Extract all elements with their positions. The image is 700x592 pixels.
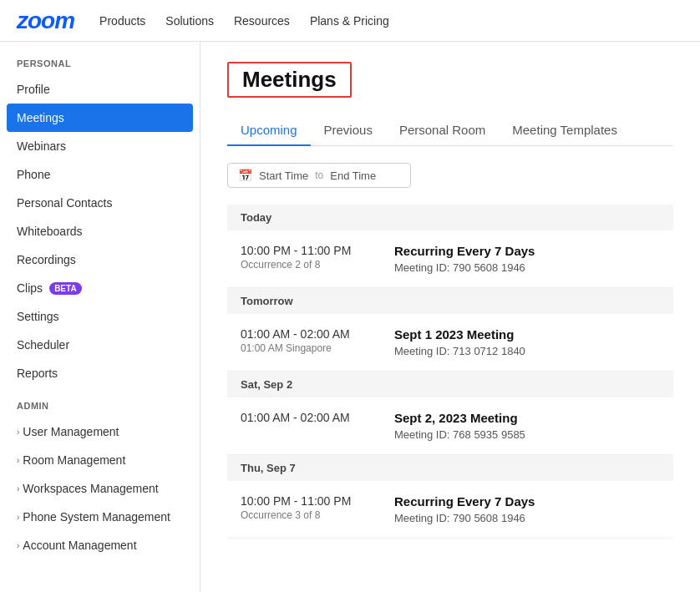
date-separator: to: [315, 170, 323, 181]
meeting-occurrence: Occurrence 2 of 8: [241, 259, 374, 271]
meeting-occurrence: 01:00 AM Singapore: [241, 342, 374, 354]
meeting-info: Sept 2, 2023 Meeting Meeting ID: 768 593…: [394, 411, 525, 441]
sidebar-item-clips[interactable]: Clips BETA: [0, 274, 200, 302]
sidebar-item-settings[interactable]: Settings: [0, 302, 200, 331]
group-header-tomorrow: Tomorrow: [227, 288, 673, 314]
sidebar-item-user-management[interactable]: › User Management: [0, 417, 200, 446]
sidebar-item-reports[interactable]: Reports: [0, 359, 200, 387]
meeting-id: Meeting ID: 713 0712 1840: [394, 345, 525, 357]
nav-items: Products Solutions Resources Plans & Pri…: [99, 11, 389, 31]
chevron-right-icon: ›: [17, 513, 19, 522]
sidebar-item-workspaces-management[interactable]: › Workspaces Management: [0, 474, 200, 503]
meeting-item[interactable]: 01:00 AM - 02:00 AM Sept 2, 2023 Meeting…: [227, 397, 673, 455]
meeting-time: 01:00 AM - 02:00 AM: [241, 411, 374, 424]
nav-solutions[interactable]: Solutions: [165, 11, 214, 31]
top-nav: zoom Products Solutions Resources Plans …: [0, 0, 700, 42]
sidebar: PERSONAL Profile Meetings Webinars Phone…: [0, 42, 200, 592]
content-area: Meetings Upcoming Previous Personal Room…: [200, 42, 700, 592]
meeting-title: Recurring Every 7 Days: [394, 494, 535, 509]
sidebar-item-profile[interactable]: Profile: [0, 75, 200, 104]
meeting-item[interactable]: 10:00 PM - 11:00 PM Occurrence 3 of 8 Re…: [227, 481, 673, 539]
beta-badge: BETA: [49, 282, 81, 295]
tab-previous[interactable]: Previous: [311, 114, 386, 145]
date-filter[interactable]: 📅 Start Time to End Time: [227, 163, 411, 188]
sidebar-item-recordings[interactable]: Recordings: [0, 245, 200, 274]
sidebar-item-webinars[interactable]: Webinars: [0, 132, 200, 160]
sidebar-item-phone[interactable]: Phone: [0, 160, 200, 189]
tab-meeting-templates[interactable]: Meeting Templates: [499, 114, 631, 145]
meeting-time: 10:00 PM - 11:00 PM: [241, 494, 374, 508]
end-time-placeholder: End Time: [330, 170, 376, 182]
meeting-item[interactable]: 10:00 PM - 11:00 PM Occurrence 2 of 8 Re…: [227, 230, 673, 288]
nav-resources[interactable]: Resources: [234, 11, 290, 31]
meeting-id: Meeting ID: 768 5935 9585: [394, 428, 525, 441]
meeting-id: Meeting ID: 790 5608 1946: [394, 512, 535, 524]
meeting-title: Sept 1 2023 Meeting: [394, 327, 525, 342]
tab-upcoming[interactable]: Upcoming: [227, 114, 311, 145]
nav-products[interactable]: Products: [99, 11, 145, 31]
chevron-right-icon: ›: [17, 484, 19, 493]
chevron-right-icon: ›: [17, 456, 19, 465]
sidebar-item-whiteboards[interactable]: Whiteboards: [0, 217, 200, 245]
nav-plans-pricing[interactable]: Plans & Pricing: [310, 11, 389, 31]
tab-personal-room[interactable]: Personal Room: [386, 114, 499, 145]
meeting-occurrence: Occurrence 3 of 8: [241, 509, 374, 521]
zoom-logo[interactable]: zoom: [17, 8, 74, 34]
start-time-placeholder: Start Time: [259, 170, 308, 182]
group-header-sat-sep2: Sat, Sep 2: [227, 372, 673, 397]
page-title: Meetings: [227, 62, 352, 98]
personal-section-label: PERSONAL: [0, 58, 200, 75]
meeting-info: Recurring Every 7 Days Meeting ID: 790 5…: [394, 494, 535, 524]
meeting-time-block: 10:00 PM - 11:00 PM Occurrence 3 of 8: [241, 494, 374, 521]
meeting-info: Recurring Every 7 Days Meeting ID: 790 5…: [394, 244, 535, 274]
meeting-title: Sept 2, 2023 Meeting: [394, 411, 525, 425]
chevron-right-icon: ›: [17, 541, 19, 550]
tabs-bar: Upcoming Previous Personal Room Meeting …: [227, 114, 673, 146]
admin-section-label: ADMIN: [0, 401, 200, 417]
meeting-time: 01:00 AM - 02:00 AM: [241, 327, 374, 341]
meeting-id: Meeting ID: 790 5608 1946: [394, 261, 535, 274]
meeting-info: Sept 1 2023 Meeting Meeting ID: 713 0712…: [394, 327, 525, 357]
calendar-icon: 📅: [238, 169, 252, 182]
chevron-right-icon: ›: [17, 428, 19, 437]
sidebar-item-room-management[interactable]: › Room Management: [0, 446, 200, 474]
meeting-time-block: 01:00 AM - 02:00 AM 01:00 AM Singapore: [241, 327, 374, 354]
meeting-time: 10:00 PM - 11:00 PM: [241, 244, 374, 257]
sidebar-item-personal-contacts[interactable]: Personal Contacts: [0, 189, 200, 217]
meeting-title: Recurring Every 7 Days: [394, 244, 535, 258]
meeting-time-block: 01:00 AM - 02:00 AM: [241, 411, 374, 426]
sidebar-item-scheduler[interactable]: Scheduler: [0, 331, 200, 359]
sidebar-item-account-management[interactable]: › Account Management: [0, 531, 200, 559]
meeting-time-block: 10:00 PM - 11:00 PM Occurrence 2 of 8: [241, 244, 374, 271]
group-header-today: Today: [227, 205, 673, 230]
meetings-list: Today 10:00 PM - 11:00 PM Occurrence 2 o…: [227, 205, 673, 539]
sidebar-item-phone-system-management[interactable]: › Phone System Management: [0, 503, 200, 531]
group-header-thu-sep7: Thu, Sep 7: [227, 455, 673, 481]
meeting-item[interactable]: 01:00 AM - 02:00 AM 01:00 AM Singapore S…: [227, 314, 673, 372]
sidebar-item-meetings[interactable]: Meetings: [7, 104, 193, 132]
